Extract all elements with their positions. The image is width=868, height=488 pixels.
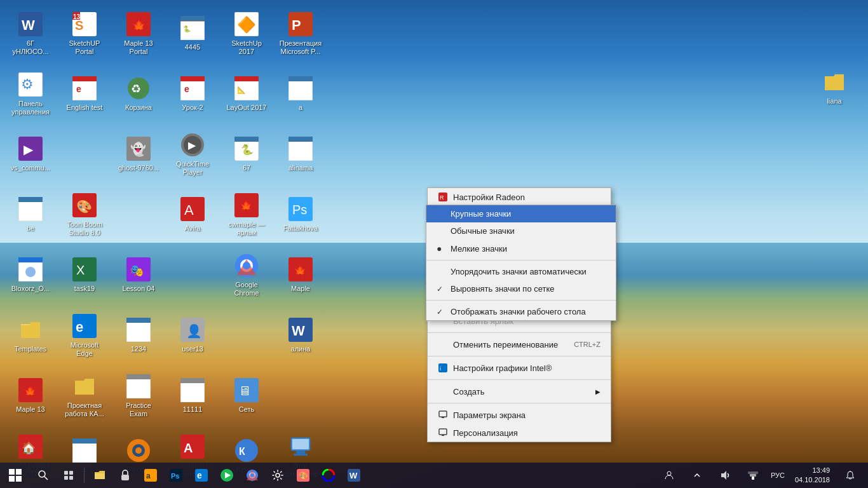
desktop-icon-chrome[interactable]: GoogleChrome (222, 248, 271, 302)
svg-text:🍁: 🍁 (293, 264, 308, 278)
desktop-icon-ppt[interactable]: P ПрезентацияMicrosoft P... (276, 6, 325, 61)
desktop-icon-toonboom[interactable]: 🎨 Toon BoomStudio 8.0 (60, 187, 109, 242)
submenu-show-icons[interactable]: ✓ Отображать значки рабочего стола (426, 303, 616, 320)
paint-taskbar-button[interactable]: 🎨 (290, 463, 316, 488)
taskview-icon (64, 470, 74, 480)
chrome-taskbar-button[interactable] (240, 463, 265, 488)
svg-rect-24 (180, 76, 205, 81)
desktop-icon-bloxorz[interactable]: Bloxorz_O... (6, 248, 55, 302)
clock-display[interactable]: 13:49 04.10.2018 (790, 466, 835, 485)
lock-button[interactable] (112, 463, 138, 488)
submenu-align-grid[interactable]: ✓ Выровнять значки по сетке (426, 280, 616, 297)
check-show-icon: ✓ (437, 308, 445, 316)
desktop-icon-avira[interactable]: A Avira (168, 187, 217, 242)
desktop-icon-templates[interactable]: Templates (6, 308, 55, 363)
svg-text:♻: ♻ (131, 83, 141, 95)
language-button[interactable]: РУС (768, 463, 787, 488)
sub-sep-2 (426, 300, 616, 301)
network-tray-button[interactable] (740, 463, 766, 488)
desktop-icon-sketchup-portal[interactable]: S13 SketchUPPortal (60, 6, 109, 61)
svg-text:Ps: Ps (292, 203, 307, 217)
svg-text:▶: ▶ (188, 140, 196, 151)
desktop-icon-empty2 (114, 187, 163, 242)
desktop-icon-sketchup2017[interactable]: 🔶 SketchUp2017 (222, 6, 271, 61)
svg-rect-131 (750, 474, 756, 477)
word-taskbar-button[interactable]: W (341, 463, 367, 488)
svg-rect-94 (294, 454, 308, 456)
context-menu-display[interactable]: Параметры экрана (428, 406, 611, 424)
desktop-icon-proect[interactable]: Проектнаяработа КА... (60, 369, 109, 423)
submenu-large-icons[interactable]: Крупные значки (426, 205, 616, 222)
desktop-icon-layout[interactable]: 📐 LayOut 2017 (222, 67, 271, 121)
settings-taskbar-button[interactable] (265, 463, 290, 488)
colorpicker-taskbar-button[interactable] (316, 463, 341, 488)
svg-rect-76 (126, 374, 151, 379)
desktop-icon-user13[interactable]: 👤 user13 (168, 308, 217, 363)
taskbar-right: РУС 13:49 04.10.2018 (656, 463, 868, 488)
desktop: W 6ГуНЛЮСО... S13 SketchUPPortal 🍁 Maple… (0, 0, 868, 488)
desktop-icon-word[interactable]: W 6ГуНЛЮСО... (6, 6, 55, 61)
create-arrow-icon: ▶ (595, 388, 600, 395)
desktop-icon-cwmaple[interactable]: 🍁 cwmaple —ярлык (222, 187, 271, 242)
start-button[interactable] (0, 463, 31, 488)
submenu-small-icons[interactable]: ● Мелкие значки (426, 240, 616, 257)
desktop-icon-control[interactable]: ⚙ Панельуправления (6, 67, 55, 121)
desktop-icon-msedge[interactable]: e MicrosoftEdge (60, 308, 109, 363)
search-button[interactable] (31, 463, 56, 488)
colorpicker-icon (322, 469, 335, 482)
desktop-icon-1234[interactable]: 1234 (114, 308, 163, 363)
tray-expand-button[interactable] (684, 463, 710, 488)
notification-button[interactable] (837, 463, 863, 488)
desktop-icon-urok2[interactable]: e Урок-2 (168, 67, 217, 121)
svg-text:A: A (184, 441, 193, 455)
desktop-icon-recycle[interactable]: ♻ Корзина (114, 67, 163, 121)
user-icon-tray[interactable] (656, 463, 682, 488)
desktop-icon-task19[interactable]: X task19 (60, 248, 109, 302)
svg-rect-95 (292, 439, 309, 449)
svg-text:⚙: ⚙ (21, 76, 34, 92)
desktop-icon-filea[interactable]: а (276, 67, 325, 121)
edge-taskbar-button[interactable]: e (189, 463, 214, 488)
desktop-icon-be[interactable]: be (6, 187, 55, 242)
desktop-icon-maple-standalone[interactable]: 🍁 Maple (276, 248, 325, 302)
svg-rect-107 (69, 471, 73, 475)
desktop-icon-fattakhova[interactable]: Ps Fattakhova (276, 187, 325, 242)
explorer-button[interactable] (87, 463, 112, 488)
svg-marker-129 (721, 471, 726, 480)
desktop-icon-network[interactable]: 🖥 Сеть (222, 369, 271, 423)
taskview-button[interactable] (56, 463, 81, 488)
context-menu-undo-rename[interactable]: Отменить переименование CTRL+Z (428, 336, 611, 353)
svg-text:▶: ▶ (24, 142, 34, 156)
desktop-icon-ghost[interactable]: 👻 ghost-9760... (114, 127, 163, 182)
desktop-icon-lesson04[interactable]: 🎭 Lesson 04 (114, 248, 163, 302)
context-menu-personalize[interactable]: Персонализация (428, 424, 611, 442)
photoshop-taskbar-button[interactable]: Ps (163, 463, 189, 488)
desktop-icon-4445[interactable]: 🐍 4445 (168, 6, 217, 61)
svg-point-62 (243, 262, 250, 269)
desktop-icon-vscommu[interactable]: ▶ vs_commu... (6, 127, 55, 182)
submenu-normal-icons[interactable]: Обычные значки (426, 222, 616, 240)
svg-text:📐: 📐 (237, 85, 246, 94)
desktop-icon-maple13[interactable]: 🍁 Maple 13Portal (114, 6, 163, 61)
desktop-icon-maple13-2[interactable]: 🍁 Maple 13 (6, 369, 55, 423)
context-menu-create[interactable]: Создать ▶ (428, 383, 611, 400)
desktop-icon-python67[interactable]: 🐍 67 (222, 127, 271, 182)
volume-button[interactable] (712, 463, 738, 488)
desktop-icon-alina[interactable]: W алина (276, 308, 325, 363)
desktop-icon-english[interactable]: e English test (60, 67, 109, 121)
desktop-icon-liana[interactable]: liana (810, 60, 858, 115)
desktop-icon-alinama[interactable]: alinama (276, 127, 325, 182)
desktop-icon-practice[interactable]: PracticeExam (114, 369, 163, 423)
lock-icon (119, 470, 131, 481)
notification-icon (846, 470, 855, 480)
amazon-button[interactable]: a (138, 463, 163, 488)
context-menu-intel[interactable]: i Настройки графики Intel® (428, 359, 611, 377)
media-taskbar-button[interactable] (214, 463, 240, 488)
check-align-icon: ✓ (437, 285, 445, 294)
desktop-icon-11111[interactable]: 11111 (168, 369, 217, 423)
submenu-auto-arrange[interactable]: Упорядочить значки автоматически (426, 263, 616, 280)
photoshop-icon: Ps (170, 469, 182, 482)
desktop-icon-quicktime[interactable]: ▶ QuickTimePlayer (168, 127, 217, 182)
context-menu-radeon[interactable]: R Настройки Radeon (428, 188, 611, 206)
svg-text:🎨: 🎨 (76, 199, 92, 214)
